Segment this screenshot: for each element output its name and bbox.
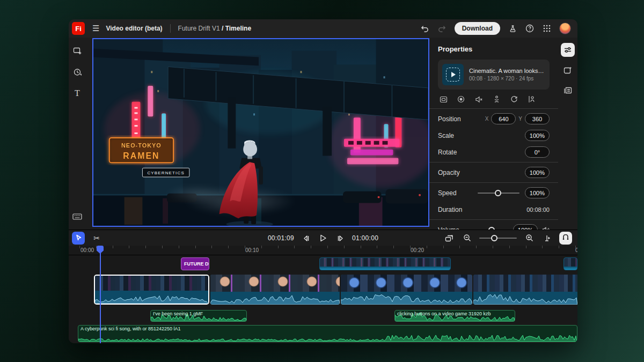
music-clip[interactable]: A cyberpunk sci fi song, with or 8512422… (78, 325, 577, 342)
clip-action-row (439, 95, 548, 104)
music-clip-label: A cyberpunk sci fi song, with or 8512422… (80, 326, 181, 331)
user-avatar[interactable] (559, 23, 571, 34)
zoom-out-icon[interactable] (462, 233, 472, 243)
play-icon (451, 72, 456, 77)
preview-scene: NEO-TOKYO RAMEN CYBERNETICS (93, 39, 428, 226)
audio-muted-icon[interactable] (474, 95, 483, 104)
fit-frame-icon[interactable] (439, 95, 448, 104)
captions-panel-button[interactable] (561, 84, 575, 98)
video-clip-robots[interactable] (341, 275, 472, 305)
left-toolbar: T (69, 38, 86, 230)
ruler-label: 00:00 (80, 247, 94, 253)
redo-icon[interactable] (437, 24, 447, 33)
beaker-icon[interactable] (508, 24, 517, 33)
duration-label: Duration (438, 206, 526, 213)
topbar-actions: Download (420, 22, 577, 35)
refresh-icon[interactable] (510, 95, 518, 104)
zoom-in-icon[interactable] (524, 233, 535, 243)
split-tool-icon[interactable]: ✂ (90, 232, 103, 245)
panel-divider (429, 162, 558, 162)
add-media-icon[interactable] (72, 45, 83, 56)
panel-divider (429, 182, 558, 183)
apps-grid-icon[interactable] (542, 24, 552, 33)
video-thumbnails (210, 275, 340, 292)
opacity-input[interactable]: 100% (525, 167, 550, 178)
video-preview-canvas[interactable]: NEO-TOKYO RAMEN CYBERNETICS (92, 38, 429, 227)
overlay-video-clip-2[interactable] (564, 257, 577, 270)
clip-meta: 00:08 · 1280 × 720 · 24 fps (469, 76, 545, 82)
timeline-area: 00:00 00:10 00:20 00:30 FUTURE DRI (69, 246, 577, 343)
timeline-ruler[interactable]: 00:00 00:10 00:20 00:30 (69, 246, 577, 255)
volume-input[interactable]: 100% (513, 224, 538, 230)
menu-icon[interactable]: ☰ (92, 24, 99, 33)
properties-panel: Properties Cinematic. A woman looks a...… (429, 38, 558, 230)
sign-cybernetics-text: CYBERNETICS (147, 171, 185, 175)
opacity-row: Opacity 100% (438, 166, 550, 179)
selected-clip-card[interactable]: Cinematic. A woman looks a... v.ffgenvid… (438, 60, 550, 90)
speed-label: Speed (438, 189, 478, 197)
speed-slider-knob[interactable] (495, 190, 501, 196)
project-name[interactable]: Future Drift V1 (178, 25, 220, 32)
history-clock-icon[interactable] (72, 67, 83, 77)
overlay-video-clip[interactable] (319, 257, 451, 270)
timeline-zoom-slider[interactable] (479, 238, 517, 239)
properties-tab-button[interactable] (561, 43, 575, 57)
voice-clip-2[interactable]: clicking buttons on a video game 31920 k… (394, 310, 515, 322)
video-clip-woman[interactable] (210, 275, 340, 305)
position-x-input[interactable]: 640 (491, 113, 516, 124)
select-tool-button[interactable] (72, 232, 85, 245)
app-window: Fi ☰ Video editor (beta) Future Drift V1… (69, 19, 577, 343)
rotate-input[interactable]: 0° (525, 146, 550, 158)
fit-timeline-icon[interactable] (444, 233, 455, 243)
snapping-magnet-button[interactable] (559, 232, 572, 245)
figure-icon[interactable] (492, 95, 501, 104)
keyboard-shortcuts-icon[interactable] (72, 211, 83, 222)
voice-clip-2-label: clicking buttons on a video game 31920 k… (397, 311, 491, 316)
panel-divider (429, 108, 558, 109)
position-row: Position X 640 Y 360 (438, 112, 550, 125)
voice-clip-1-label: I've been seeing 1 gMF (153, 311, 203, 316)
rotate-label: Rotate (438, 149, 525, 156)
text-tool-icon[interactable]: T (72, 88, 83, 99)
rotate-row: Rotate 0° (438, 145, 550, 159)
playhead-jump-icon[interactable] (541, 233, 552, 243)
ruler-label: 00:20 (411, 247, 424, 253)
position-y-input[interactable]: 360 (525, 113, 550, 124)
play-icon[interactable] (318, 233, 328, 243)
video-clip-city-selected[interactable] (94, 275, 209, 305)
download-button[interactable]: Download (455, 22, 500, 35)
undo-icon[interactable] (420, 24, 430, 33)
y-axis-label: Y (518, 116, 522, 122)
opacity-label: Opacity (438, 169, 525, 176)
timeline-zoom-knob[interactable] (491, 235, 497, 241)
help-icon[interactable] (525, 24, 535, 33)
speed-row: Speed 100% (438, 186, 550, 200)
right-toolbar (558, 38, 577, 230)
panel-divider (429, 219, 558, 220)
scale-input[interactable]: 100% (525, 130, 550, 141)
firefly-logo[interactable]: Fi (72, 22, 85, 35)
speed-slider[interactable] (478, 193, 519, 194)
video-thumbnails (341, 275, 472, 292)
scale-row: Scale 100% (438, 129, 550, 142)
speed-input[interactable]: 100% (525, 187, 550, 198)
properties-title: Properties (438, 45, 550, 53)
clip-audio-waveform (95, 291, 208, 304)
timeline-view-tools (444, 232, 577, 245)
voice-clip-1[interactable]: I've been seeing 1 gMF (150, 310, 247, 322)
desktop-background: Fi ☰ Video editor (beta) Future Drift V1… (0, 0, 644, 362)
mask-circle-icon[interactable] (457, 95, 465, 104)
edit-media-button[interactable] (561, 63, 575, 77)
person-properties-icon[interactable] (528, 95, 536, 104)
next-frame-icon[interactable] (335, 233, 346, 243)
clip-audio-waveform (473, 292, 577, 305)
cybernetics-sign: CYBERNETICS (142, 168, 189, 177)
sign-neo-tokyo-text: NEO-TOKYO (121, 142, 162, 149)
ruler-label: 00:30 (575, 247, 577, 253)
video-clip-city-2[interactable] (473, 275, 577, 305)
clip-audio-waveform (210, 292, 340, 305)
x-axis-label: X (485, 116, 489, 122)
previous-frame-icon[interactable] (301, 233, 311, 243)
title-clip[interactable]: FUTURE DRI (181, 257, 209, 270)
clip-name: Cinematic. A woman looks a... v.ffgenvid (469, 68, 545, 74)
